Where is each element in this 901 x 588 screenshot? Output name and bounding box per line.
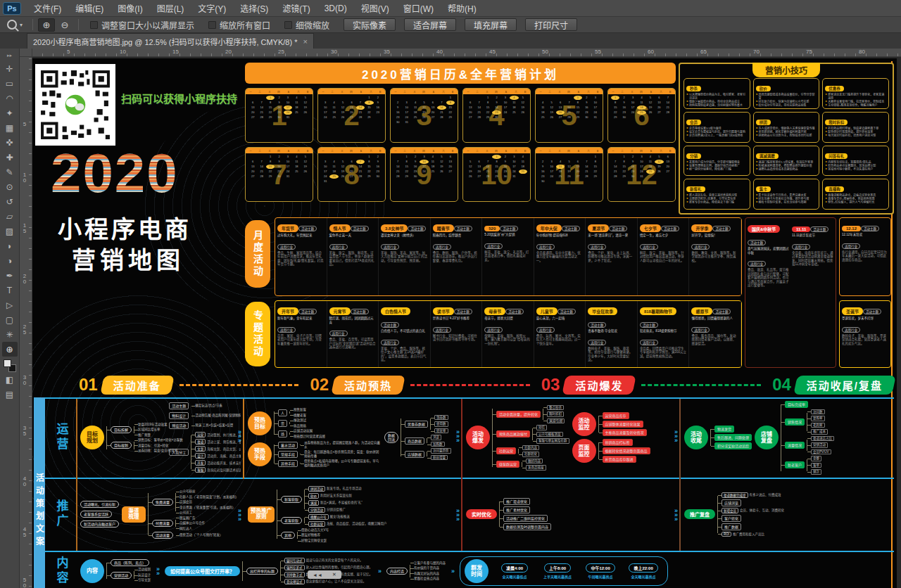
zoom-out-button[interactable]: ⊖ bbox=[56, 18, 73, 32]
screen-mode-icon[interactable]: ▤ bbox=[2, 387, 18, 402]
menu-item-帮助[interactable]: 帮助(H) bbox=[441, 0, 484, 17]
mindmap-branch: 浏览 bbox=[431, 435, 445, 440]
theme-text: 过年购大礼，年货囤起来 bbox=[277, 234, 325, 238]
pen-tool-icon[interactable]: ✒ bbox=[2, 268, 18, 283]
calendar-month-1: 一二三四五六日112345678910111213141516171819202… bbox=[245, 88, 313, 143]
menu-item-图像[interactable]: 图像(I) bbox=[111, 0, 149, 17]
document-poster[interactable]: 扫码可以获得小程序扶持 2020 小程序电商 营销地图 2020营销日历&全年营… bbox=[32, 58, 897, 588]
blur-tool-icon[interactable]: ◗ bbox=[2, 238, 18, 253]
menu-item-选择[interactable]: 选择(S) bbox=[233, 0, 275, 17]
day-cell: 26 bbox=[519, 110, 527, 115]
mindmap-node: 热品预热 bbox=[294, 424, 306, 428]
mindmap-branch: 新增会员会员、体验卡、互动、消费转化 bbox=[722, 508, 784, 513]
type-tool-icon[interactable]: T bbox=[2, 283, 18, 298]
day-cell: 28 bbox=[484, 174, 492, 179]
mindmap-node: 常规手段 bbox=[278, 451, 298, 458]
widget-close-icon[interactable]: ✕ bbox=[332, 572, 336, 577]
canvas-area[interactable]: 5101520253035404550556065707580 51 01 52… bbox=[20, 49, 901, 588]
day-cell: 7 bbox=[582, 160, 591, 164]
tip-card-会员: 会员➤会员等级设置3-5级为最佳➤设定会员专属权益与折扣，提升归属感与复购➤会员… bbox=[683, 112, 750, 143]
checkbox-icon[interactable] bbox=[284, 21, 292, 29]
menu-item-文件[interactable]: 文件(F) bbox=[27, 0, 68, 17]
checkbox-icon[interactable] bbox=[90, 21, 98, 29]
mindmap-branch: 目标完成率 bbox=[785, 401, 834, 408]
arrow-bullet-icon: ➤ bbox=[756, 167, 758, 171]
day-cell: 15 bbox=[484, 106, 492, 110]
mindmap-branch: 预热 目标人预售新客唤醒老客货爆款测试热品预热场店铺活动氛围预热倒计时营造紧迫感 bbox=[248, 408, 382, 438]
zoom-tool-icon[interactable] bbox=[7, 20, 17, 30]
menu-item-窗口[interactable]: 窗口(W) bbox=[396, 0, 441, 17]
eyedropper-tool-icon[interactable]: ✜ bbox=[2, 135, 18, 150]
path-select-tool-icon[interactable]: ▷ bbox=[2, 298, 18, 312]
crop-tool-icon[interactable]: ▦ bbox=[2, 120, 18, 135]
zoom-in-button[interactable]: ⊕ bbox=[38, 18, 55, 32]
zoom-tool-icon[interactable]: ⊕ bbox=[2, 342, 18, 357]
checkbox-icon[interactable] bbox=[208, 21, 216, 29]
option-checkbox[interactable]: 调整窗口大小以满屏显示 bbox=[90, 19, 194, 31]
foreground-color-chip[interactable] bbox=[4, 359, 11, 367]
day-empty bbox=[474, 96, 483, 100]
panel-grip-icon[interactable]: ▸▸ bbox=[7, 53, 12, 58]
options-button-填充屏幕[interactable]: 填充屏幕 bbox=[465, 18, 517, 31]
scroll-widget[interactable]: ◄◄ ✕ bbox=[308, 570, 341, 579]
menu-item-视图[interactable]: 视图(V) bbox=[354, 0, 396, 17]
theme-text: 遇见女神之美（她经济） bbox=[381, 234, 428, 238]
scroll-left-icon[interactable]: ◄◄ bbox=[313, 573, 322, 577]
color-swatches[interactable] bbox=[4, 359, 16, 372]
day-cell: 11 bbox=[519, 160, 527, 164]
move-tool-icon[interactable]: ✛ bbox=[2, 61, 18, 76]
option-checkbox[interactable]: 细微缩放 bbox=[284, 19, 329, 31]
quick-mask-icon[interactable]: ◧ bbox=[2, 372, 18, 387]
clone-stamp-tool-icon[interactable]: ⊙ bbox=[2, 179, 18, 194]
day-empty bbox=[547, 96, 555, 100]
shape-tool-icon[interactable]: ▢ bbox=[2, 312, 18, 327]
activity-badge: 年中大促 bbox=[536, 224, 562, 232]
day-cell: 2 bbox=[619, 96, 628, 100]
left-strip: 活动策划文案 bbox=[34, 397, 45, 588]
options-button-打印尺寸[interactable]: 打印尺寸 bbox=[525, 18, 577, 31]
menu-item-3D[interactable]: 3D(D) bbox=[317, 0, 354, 17]
tip-card-满减满赠: 满减满赠➤满减门槛按客单价1.5倍设置，有效拉升客单➤阶梯满减刺激凑单，搭配赠品… bbox=[753, 146, 820, 177]
day-cell: 25 bbox=[510, 110, 518, 115]
day-cell: 12 bbox=[565, 165, 573, 169]
marquee-tool-icon[interactable]: ▭ bbox=[2, 76, 18, 91]
dodge-tool-icon[interactable]: ◑ bbox=[2, 253, 18, 268]
options-button-适合屏幕[interactable]: 适合屏幕 bbox=[404, 18, 456, 31]
mindmap-node: 朋友好物推荐 bbox=[301, 533, 320, 537]
activity-column-年货节: 年货节活动主题过年购大礼，年货囤起来适用行业食品、生鲜、家居用品等，结合年前用户… bbox=[275, 218, 327, 295]
day-cell: 22 bbox=[446, 110, 455, 115]
eraser-tool-icon[interactable]: ▱ bbox=[2, 209, 18, 224]
tool-preset-caret-icon[interactable]: ▾ bbox=[20, 22, 23, 28]
menu-item-滤镜[interactable]: 滤镜(T) bbox=[275, 0, 317, 17]
day-empty bbox=[574, 155, 582, 159]
history-brush-tool-icon[interactable]: ↺ bbox=[2, 194, 18, 209]
mindmap-branch: 销售情况访问数复购率毛利率推广成本 bbox=[785, 409, 834, 435]
mindmap-branch: 店铺整体流量转化效果 bbox=[603, 421, 647, 428]
ruler-mark: 75 bbox=[806, 49, 812, 55]
gradient-tool-icon[interactable]: ▨ bbox=[2, 224, 18, 238]
row-label-内容: 内容 bbox=[49, 554, 73, 588]
day-cell: 22 bbox=[266, 170, 275, 174]
day-cell: 10 bbox=[510, 160, 518, 164]
menu-item-编辑[interactable]: 编辑(E) bbox=[68, 0, 111, 17]
day-cell: 11 bbox=[510, 101, 518, 105]
menu-item-图层[interactable]: 图层(L) bbox=[150, 0, 191, 17]
document-tab[interactable]: 2020小程序电商营销地图.jpg @ 12.5% (扫码可以获得小程序扶持, … bbox=[27, 33, 314, 49]
industry-tag: 适用行业 bbox=[842, 243, 860, 249]
activity-column-开学季: 开学季活动主题好开学，没烦恼！适用行业数码、教育、文具、服饰等，新学期置办可主推… bbox=[689, 218, 741, 295]
day-cell: 25 bbox=[411, 115, 420, 120]
industry-tag: 适用行业 bbox=[588, 340, 606, 345]
day-cell: 5 bbox=[339, 160, 347, 164]
quick-select-tool-icon[interactable]: ✦ bbox=[2, 106, 18, 120]
mindmap-node: 领券数 bbox=[434, 415, 448, 421]
options-button-实际像素[interactable]: 实际像素 bbox=[344, 18, 396, 31]
lasso-tool-icon[interactable]: ◠ bbox=[2, 91, 18, 106]
option-checkbox[interactable]: 缩放所有窗口 bbox=[208, 19, 270, 31]
menu-item-文字[interactable]: 文字(Y) bbox=[191, 0, 233, 17]
mindmap-node: 预演 工具+包装+结果+反馈 bbox=[195, 423, 233, 428]
brush-tool-icon[interactable]: ✎ bbox=[2, 165, 18, 179]
tab-close-icon[interactable]: × bbox=[303, 37, 307, 46]
hand-tool-icon[interactable]: ✳ bbox=[2, 327, 18, 342]
mindmap-branch: 优惠券数据领券数使用数转化率 bbox=[405, 415, 451, 434]
healing-brush-tool-icon[interactable]: ✚ bbox=[2, 150, 18, 165]
